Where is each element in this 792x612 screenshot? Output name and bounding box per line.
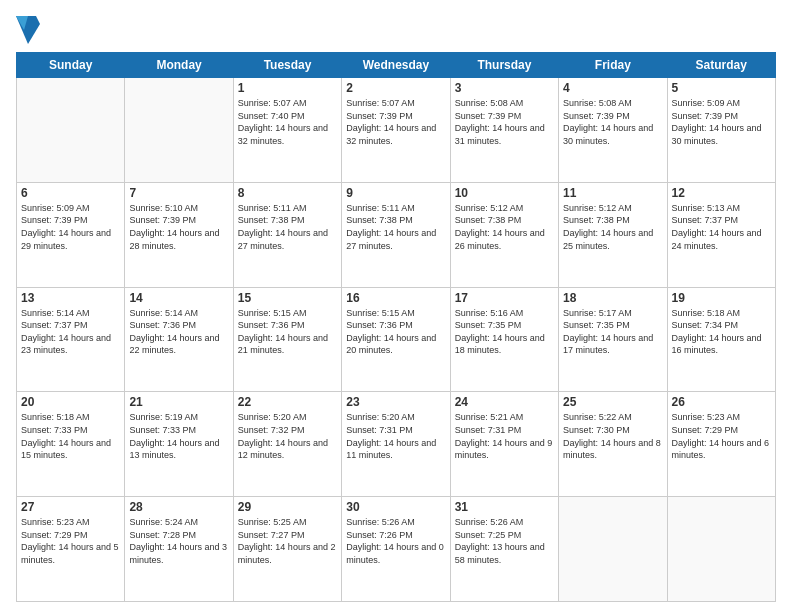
day-number: 27: [21, 500, 120, 514]
calendar-cell: 1Sunrise: 5:07 AMSunset: 7:40 PMDaylight…: [233, 78, 341, 183]
day-info: Sunrise: 5:25 AMSunset: 7:27 PMDaylight:…: [238, 516, 337, 566]
calendar-cell: 7Sunrise: 5:10 AMSunset: 7:39 PMDaylight…: [125, 182, 233, 287]
day-info: Sunrise: 5:13 AMSunset: 7:37 PMDaylight:…: [672, 202, 771, 252]
day-info: Sunrise: 5:19 AMSunset: 7:33 PMDaylight:…: [129, 411, 228, 461]
day-number: 7: [129, 186, 228, 200]
day-info: Sunrise: 5:08 AMSunset: 7:39 PMDaylight:…: [563, 97, 662, 147]
day-number: 19: [672, 291, 771, 305]
weekday-header-friday: Friday: [559, 53, 667, 78]
day-number: 22: [238, 395, 337, 409]
day-number: 18: [563, 291, 662, 305]
calendar-cell: 29Sunrise: 5:25 AMSunset: 7:27 PMDayligh…: [233, 497, 341, 602]
day-info: Sunrise: 5:16 AMSunset: 7:35 PMDaylight:…: [455, 307, 554, 357]
calendar-cell: 11Sunrise: 5:12 AMSunset: 7:38 PMDayligh…: [559, 182, 667, 287]
calendar-cell: 19Sunrise: 5:18 AMSunset: 7:34 PMDayligh…: [667, 287, 775, 392]
calendar-cell: 27Sunrise: 5:23 AMSunset: 7:29 PMDayligh…: [17, 497, 125, 602]
calendar-cell: 16Sunrise: 5:15 AMSunset: 7:36 PMDayligh…: [342, 287, 450, 392]
calendar-cell: 8Sunrise: 5:11 AMSunset: 7:38 PMDaylight…: [233, 182, 341, 287]
weekday-header-row: SundayMondayTuesdayWednesdayThursdayFrid…: [17, 53, 776, 78]
calendar-cell: 31Sunrise: 5:26 AMSunset: 7:25 PMDayligh…: [450, 497, 558, 602]
calendar-cell: 9Sunrise: 5:11 AMSunset: 7:38 PMDaylight…: [342, 182, 450, 287]
calendar-cell: 5Sunrise: 5:09 AMSunset: 7:39 PMDaylight…: [667, 78, 775, 183]
day-info: Sunrise: 5:18 AMSunset: 7:34 PMDaylight:…: [672, 307, 771, 357]
day-number: 16: [346, 291, 445, 305]
day-info: Sunrise: 5:11 AMSunset: 7:38 PMDaylight:…: [346, 202, 445, 252]
day-number: 9: [346, 186, 445, 200]
calendar-cell: 25Sunrise: 5:22 AMSunset: 7:30 PMDayligh…: [559, 392, 667, 497]
day-number: 28: [129, 500, 228, 514]
calendar-cell: 30Sunrise: 5:26 AMSunset: 7:26 PMDayligh…: [342, 497, 450, 602]
calendar-cell: 6Sunrise: 5:09 AMSunset: 7:39 PMDaylight…: [17, 182, 125, 287]
calendar-week-1: 6Sunrise: 5:09 AMSunset: 7:39 PMDaylight…: [17, 182, 776, 287]
calendar-cell: 13Sunrise: 5:14 AMSunset: 7:37 PMDayligh…: [17, 287, 125, 392]
day-info: Sunrise: 5:12 AMSunset: 7:38 PMDaylight:…: [563, 202, 662, 252]
logo-icon: [16, 16, 40, 44]
day-number: 8: [238, 186, 337, 200]
day-number: 12: [672, 186, 771, 200]
calendar-cell: 17Sunrise: 5:16 AMSunset: 7:35 PMDayligh…: [450, 287, 558, 392]
calendar-cell: 20Sunrise: 5:18 AMSunset: 7:33 PMDayligh…: [17, 392, 125, 497]
day-info: Sunrise: 5:23 AMSunset: 7:29 PMDaylight:…: [672, 411, 771, 461]
weekday-header-thursday: Thursday: [450, 53, 558, 78]
weekday-header-tuesday: Tuesday: [233, 53, 341, 78]
day-number: 15: [238, 291, 337, 305]
weekday-header-monday: Monday: [125, 53, 233, 78]
day-number: 5: [672, 81, 771, 95]
calendar-cell: 2Sunrise: 5:07 AMSunset: 7:39 PMDaylight…: [342, 78, 450, 183]
day-info: Sunrise: 5:20 AMSunset: 7:31 PMDaylight:…: [346, 411, 445, 461]
calendar-table: SundayMondayTuesdayWednesdayThursdayFrid…: [16, 52, 776, 602]
day-info: Sunrise: 5:14 AMSunset: 7:37 PMDaylight:…: [21, 307, 120, 357]
day-info: Sunrise: 5:20 AMSunset: 7:32 PMDaylight:…: [238, 411, 337, 461]
day-info: Sunrise: 5:26 AMSunset: 7:25 PMDaylight:…: [455, 516, 554, 566]
calendar-cell: [125, 78, 233, 183]
page: SundayMondayTuesdayWednesdayThursdayFrid…: [0, 0, 792, 612]
day-info: Sunrise: 5:09 AMSunset: 7:39 PMDaylight:…: [672, 97, 771, 147]
logo: [16, 16, 42, 44]
day-number: 14: [129, 291, 228, 305]
calendar-cell: 4Sunrise: 5:08 AMSunset: 7:39 PMDaylight…: [559, 78, 667, 183]
day-info: Sunrise: 5:23 AMSunset: 7:29 PMDaylight:…: [21, 516, 120, 566]
day-number: 31: [455, 500, 554, 514]
day-number: 3: [455, 81, 554, 95]
day-number: 20: [21, 395, 120, 409]
calendar-cell: 12Sunrise: 5:13 AMSunset: 7:37 PMDayligh…: [667, 182, 775, 287]
calendar-cell: [559, 497, 667, 602]
day-info: Sunrise: 5:17 AMSunset: 7:35 PMDaylight:…: [563, 307, 662, 357]
day-info: Sunrise: 5:10 AMSunset: 7:39 PMDaylight:…: [129, 202, 228, 252]
day-info: Sunrise: 5:22 AMSunset: 7:30 PMDaylight:…: [563, 411, 662, 461]
day-info: Sunrise: 5:11 AMSunset: 7:38 PMDaylight:…: [238, 202, 337, 252]
day-info: Sunrise: 5:08 AMSunset: 7:39 PMDaylight:…: [455, 97, 554, 147]
day-number: 1: [238, 81, 337, 95]
calendar-cell: 22Sunrise: 5:20 AMSunset: 7:32 PMDayligh…: [233, 392, 341, 497]
day-info: Sunrise: 5:24 AMSunset: 7:28 PMDaylight:…: [129, 516, 228, 566]
day-number: 13: [21, 291, 120, 305]
day-info: Sunrise: 5:14 AMSunset: 7:36 PMDaylight:…: [129, 307, 228, 357]
day-number: 25: [563, 395, 662, 409]
day-number: 26: [672, 395, 771, 409]
day-number: 24: [455, 395, 554, 409]
header: [16, 16, 776, 44]
calendar-cell: 3Sunrise: 5:08 AMSunset: 7:39 PMDaylight…: [450, 78, 558, 183]
day-info: Sunrise: 5:15 AMSunset: 7:36 PMDaylight:…: [238, 307, 337, 357]
calendar-cell: 18Sunrise: 5:17 AMSunset: 7:35 PMDayligh…: [559, 287, 667, 392]
day-info: Sunrise: 5:18 AMSunset: 7:33 PMDaylight:…: [21, 411, 120, 461]
calendar-cell: 15Sunrise: 5:15 AMSunset: 7:36 PMDayligh…: [233, 287, 341, 392]
calendar-cell: 21Sunrise: 5:19 AMSunset: 7:33 PMDayligh…: [125, 392, 233, 497]
day-number: 21: [129, 395, 228, 409]
day-number: 10: [455, 186, 554, 200]
weekday-header-wednesday: Wednesday: [342, 53, 450, 78]
calendar-week-2: 13Sunrise: 5:14 AMSunset: 7:37 PMDayligh…: [17, 287, 776, 392]
day-info: Sunrise: 5:15 AMSunset: 7:36 PMDaylight:…: [346, 307, 445, 357]
day-number: 4: [563, 81, 662, 95]
calendar-week-0: 1Sunrise: 5:07 AMSunset: 7:40 PMDaylight…: [17, 78, 776, 183]
calendar-cell: 14Sunrise: 5:14 AMSunset: 7:36 PMDayligh…: [125, 287, 233, 392]
day-info: Sunrise: 5:12 AMSunset: 7:38 PMDaylight:…: [455, 202, 554, 252]
calendar-cell: [667, 497, 775, 602]
calendar-week-4: 27Sunrise: 5:23 AMSunset: 7:29 PMDayligh…: [17, 497, 776, 602]
day-info: Sunrise: 5:26 AMSunset: 7:26 PMDaylight:…: [346, 516, 445, 566]
weekday-header-sunday: Sunday: [17, 53, 125, 78]
calendar-cell: 24Sunrise: 5:21 AMSunset: 7:31 PMDayligh…: [450, 392, 558, 497]
day-number: 23: [346, 395, 445, 409]
day-number: 2: [346, 81, 445, 95]
day-number: 29: [238, 500, 337, 514]
